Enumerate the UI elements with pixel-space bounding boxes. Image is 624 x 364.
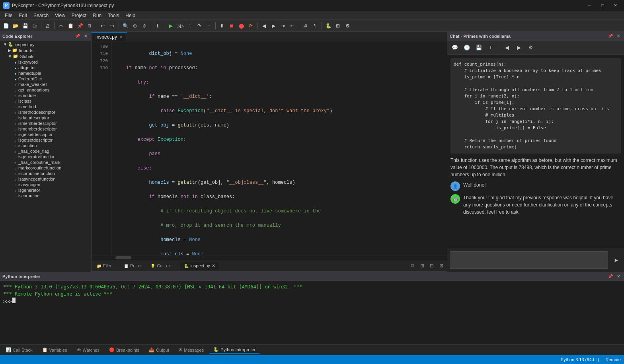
tab-python-interpreter[interactable]: 🐍 Python Interpreter xyxy=(209,346,259,354)
sidebar-item-imports[interactable]: ▶ 📁 Imports xyxy=(0,47,91,53)
tab-filer[interactable]: 📁 Filer... xyxy=(93,262,119,269)
bottom-icon-4[interactable]: ⊠ xyxy=(437,262,445,270)
tab-project[interactable]: 📋 Pr...er xyxy=(120,262,145,269)
sidebar-item-iscoroutine[interactable]: ⬦ iscoroutine xyxy=(0,193,91,199)
bottom-icon-2[interactable]: ⊞ xyxy=(418,262,426,270)
paste-button[interactable]: 📌 xyxy=(76,21,84,30)
bottom-icon-1[interactable]: ⧉ xyxy=(409,262,417,270)
sidebar-item-isclass[interactable]: ⬦ isclass xyxy=(0,98,91,104)
copy-button[interactable]: 📋 xyxy=(66,21,75,30)
sidebar-pin-button[interactable]: 📌 xyxy=(74,33,81,39)
interpreter-content[interactable]: *** Python 3.13.0 (tags/v3.13.0:60403a5,… xyxy=(0,281,624,344)
menu-file[interactable]: File xyxy=(2,12,16,19)
interpreter-pin-button[interactable]: 📌 xyxy=(607,273,614,280)
chat-new-button[interactable]: 💬 xyxy=(450,43,460,53)
sidebar-item-isgenerator[interactable]: ⬦ isgenerator xyxy=(0,187,91,193)
nav-back-button[interactable]: ◀ xyxy=(259,21,268,30)
sidebar-item-attrgetter[interactable]: ⬥ attrgetter xyxy=(0,65,91,70)
menu-view[interactable]: View xyxy=(52,12,68,19)
sidebar-item-markcoroutinefunction[interactable]: ⬦ markcoroutinefunction xyxy=(0,165,91,171)
browser-button[interactable]: ⊞ xyxy=(333,21,342,30)
redo-button[interactable]: ↪ xyxy=(108,21,117,30)
tab-output[interactable]: 📤 Output xyxy=(145,346,173,353)
sidebar-close-button[interactable]: ✕ xyxy=(82,33,89,39)
sidebar-item-isgeneratorfunction[interactable]: ⬦ isgeneratorfunction xyxy=(0,154,91,160)
indent-button[interactable]: ⇥ xyxy=(279,21,287,30)
sidebar-item-iskeyword[interactable]: ⬥ iskeyword xyxy=(0,59,91,65)
sidebar-item-ismodule[interactable]: ⬦ ismodule xyxy=(0,93,91,98)
chat-pin-button[interactable]: 📌 xyxy=(607,33,614,39)
chat-save-button[interactable]: 💾 xyxy=(474,43,484,53)
open-button[interactable]: 📂 xyxy=(11,21,20,30)
sidebar-item-ismethoddescriptor[interactable]: ⬦ ismethoddescriptor xyxy=(0,109,91,115)
inspect-tab-close[interactable]: ✕ xyxy=(212,263,215,269)
tab-inspect-py[interactable]: inspect.py ✕ xyxy=(92,32,127,41)
horizontal-scrollbar[interactable] xyxy=(92,255,447,260)
chat-history-button[interactable]: 🕐 xyxy=(462,43,472,53)
sidebar-item-isasyncgen[interactable]: ⬦ isasyncgen xyxy=(0,182,91,187)
tab-inspect-active[interactable]: 🐍 inspect.py ✕ xyxy=(180,262,219,270)
tab-close-icon[interactable]: ✕ xyxy=(119,35,123,39)
menu-edit[interactable]: Edit xyxy=(16,12,30,19)
uncomment-button[interactable]: ¶ xyxy=(311,21,320,30)
tab-messages[interactable]: ✉ Messages xyxy=(175,346,208,353)
sidebar-item-has-code-flag[interactable]: ⬦ _has_code_flag xyxy=(0,148,91,154)
step-out-button[interactable]: ↑ xyxy=(205,21,213,30)
sidebar-item-has-coroutine-mark[interactable]: ⬦ _has_coroutine_mark xyxy=(0,160,91,165)
minimize-button[interactable]: ─ xyxy=(584,2,595,10)
tab-breakpoints[interactable]: 🔴 Breakpoints xyxy=(105,346,143,353)
save-button[interactable]: 💾 xyxy=(21,21,29,30)
search-button[interactable]: 🔍 xyxy=(121,21,130,30)
tab-watches[interactable]: 👁 Watches xyxy=(73,347,103,353)
chat-forward-button[interactable]: ▶ xyxy=(514,43,524,53)
undo-button[interactable]: ↩ xyxy=(98,21,107,30)
find-next-button[interactable]: ⊕ xyxy=(131,21,139,30)
settings-button[interactable]: ⚙ xyxy=(343,21,352,30)
sidebar-item-namedtuple[interactable]: ⬥ namedtuple xyxy=(0,70,91,76)
duplicate-button[interactable]: ⧉ xyxy=(85,21,94,30)
terminate-button[interactable]: ⬤ xyxy=(237,21,246,30)
sidebar-item-ismemberdescriptor[interactable]: ⬦ ismemberdescriptor xyxy=(0,121,91,126)
print-button[interactable]: 🖨 xyxy=(43,21,52,30)
step-into-button[interactable]: ⤵ xyxy=(185,21,194,30)
comment-button[interactable]: # xyxy=(301,21,310,30)
chat-send-button[interactable]: ➤ xyxy=(610,251,622,269)
chat-close-button[interactable]: ✕ xyxy=(615,33,622,39)
tab-variables[interactable]: 📋 Variables xyxy=(38,346,71,353)
sidebar-item-isfunction[interactable]: ⬦ isfunction xyxy=(0,143,91,148)
run-button[interactable]: ▶ xyxy=(166,21,175,30)
menu-help[interactable]: Help xyxy=(122,12,138,19)
python-icon[interactable]: 🐍 xyxy=(324,21,333,30)
chat-back-button[interactable]: ◀ xyxy=(502,43,512,53)
step-over-button[interactable]: ↷ xyxy=(195,21,204,30)
restart-button[interactable]: ⟳ xyxy=(246,21,255,30)
stop-button[interactable]: ⏹ xyxy=(227,21,236,30)
menu-run[interactable]: Run xyxy=(90,12,105,19)
sidebar-item-iscoroutinefunction[interactable]: ⬦ iscoroutinefunction xyxy=(0,171,91,176)
sidebar-item-root-file[interactable]: ▼ 🐍 inspect.py xyxy=(0,41,91,47)
sidebar-item-globals[interactable]: ▼ 📁 Globals xyxy=(0,53,91,59)
sidebar-item-isgetsetdescriptor[interactable]: ⬦ isgetsetdescriptor xyxy=(0,132,91,137)
interpreter-close-button[interactable]: ✕ xyxy=(615,273,622,280)
close-button[interactable]: ✕ xyxy=(610,2,621,10)
bottom-icon-3[interactable]: ⊟ xyxy=(428,262,436,270)
sidebar-item-get-annotations[interactable]: ⬦ get_annotations xyxy=(0,87,91,93)
nav-forward-button[interactable]: ▶ xyxy=(269,21,278,30)
sidebar-item-ismemberdescriptor2[interactable]: ⬦ ismemberdescriptor xyxy=(0,126,91,132)
chat-input[interactable] xyxy=(450,251,608,269)
sidebar-item-isasyncgenfunction[interactable]: ⬦ isasyncgenfunction xyxy=(0,176,91,182)
maximize-button[interactable]: □ xyxy=(597,2,608,10)
tab-coder[interactable]: 💡 Co...er xyxy=(147,262,174,269)
sidebar-item-ismethod[interactable]: ⬦ ismethod xyxy=(0,104,91,109)
pause-button[interactable]: ⏸ xyxy=(218,21,226,30)
menu-project[interactable]: Project xyxy=(68,12,90,19)
new-button[interactable]: 📄 xyxy=(2,21,10,30)
menu-search[interactable]: Search xyxy=(30,12,52,19)
chat-text-button[interactable]: T xyxy=(486,43,496,53)
sidebar-item-ordereddict[interactable]: ⬥ OrderedDict xyxy=(0,76,91,82)
run-debug-button[interactable]: ▷▷ xyxy=(176,21,185,30)
sidebar-item-make-weakref[interactable]: ⬦ make_weakref xyxy=(0,82,91,87)
tab-call-stack[interactable]: 📊 Call Stack xyxy=(2,346,37,353)
sidebar-item-isgetsetdescriptor2[interactable]: ⬦ isgetsetdescriptor xyxy=(0,137,91,143)
help-button[interactable]: ℹ xyxy=(153,21,162,30)
